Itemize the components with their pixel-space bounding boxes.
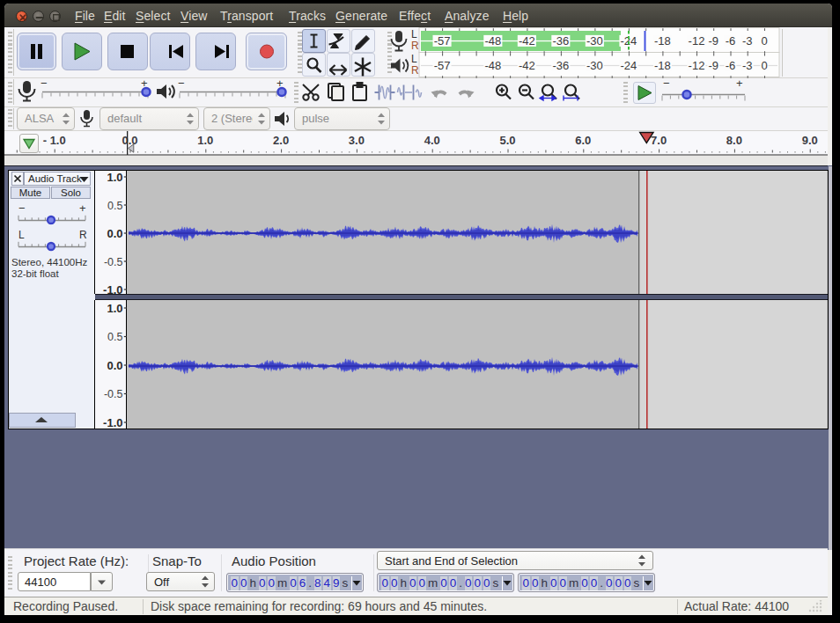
- svg-text:-0.5: -0.5: [104, 388, 123, 400]
- svg-text:4.0: 4.0: [424, 134, 440, 147]
- svg-text:R: R: [79, 229, 87, 241]
- svg-text:-42: -42: [519, 34, 535, 48]
- svg-text:0: 0: [761, 34, 767, 48]
- svg-text:−: −: [41, 78, 48, 90]
- svg-text:1.0: 1.0: [107, 302, 122, 315]
- svg-text:-3: -3: [742, 34, 753, 48]
- svg-text:-36: -36: [553, 59, 570, 72]
- svg-text:+: +: [79, 202, 86, 215]
- svg-text:-9: -9: [708, 34, 718, 48]
- svg-text:-42: -42: [519, 59, 535, 72]
- svg-text:-57: -57: [434, 34, 451, 48]
- svg-text:-30: -30: [586, 34, 603, 48]
- svg-text:- 1.0: - 1.0: [43, 134, 66, 147]
- svg-text:-1.0: -1.0: [103, 283, 122, 297]
- svg-text:0.5: 0.5: [107, 331, 122, 343]
- svg-text:2.0: 2.0: [273, 134, 289, 147]
- svg-text:0.0: 0.0: [107, 359, 122, 372]
- svg-text:0: 0: [761, 59, 767, 72]
- svg-text:7.0: 7.0: [651, 134, 667, 147]
- svg-text:6.0: 6.0: [575, 134, 591, 147]
- svg-text:-6: -6: [726, 59, 736, 72]
- svg-text:−: −: [178, 78, 185, 90]
- svg-text:-0.5: -0.5: [104, 256, 123, 268]
- svg-text:0.5: 0.5: [107, 200, 122, 212]
- svg-text:-12: -12: [689, 59, 705, 72]
- svg-text:-57: -57: [434, 59, 451, 72]
- svg-text:-24: -24: [621, 59, 637, 72]
- svg-text:-36: -36: [553, 34, 570, 48]
- svg-text:0.0: 0.0: [107, 227, 122, 240]
- svg-text:-3: -3: [742, 59, 753, 72]
- svg-text:−: −: [18, 202, 26, 215]
- svg-text:-12: -12: [689, 34, 705, 48]
- svg-text:1.0: 1.0: [107, 171, 122, 184]
- svg-text:9.0: 9.0: [802, 134, 818, 147]
- svg-text:-6: -6: [726, 34, 736, 48]
- svg-text:L: L: [411, 53, 417, 65]
- svg-text:5.0: 5.0: [499, 134, 515, 147]
- svg-text:-9: -9: [708, 59, 718, 72]
- svg-text:-18: -18: [654, 59, 671, 72]
- svg-text:R: R: [411, 64, 419, 77]
- svg-text:-30: -30: [586, 59, 603, 72]
- svg-text:-1.0: -1.0: [103, 416, 122, 429]
- svg-text:1.0: 1.0: [197, 134, 213, 147]
- svg-text:8.0: 8.0: [726, 134, 742, 147]
- svg-text:+: +: [736, 78, 743, 90]
- svg-text:0.0: 0.0: [122, 134, 137, 147]
- svg-text:-48: -48: [484, 59, 501, 72]
- svg-text:R: R: [411, 40, 419, 52]
- svg-text:3.0: 3.0: [349, 134, 365, 147]
- svg-text:-18: -18: [654, 34, 671, 48]
- svg-text:L: L: [411, 28, 417, 40]
- svg-text:−: −: [663, 78, 670, 90]
- svg-text:-48: -48: [484, 34, 501, 48]
- svg-text:L: L: [18, 229, 25, 241]
